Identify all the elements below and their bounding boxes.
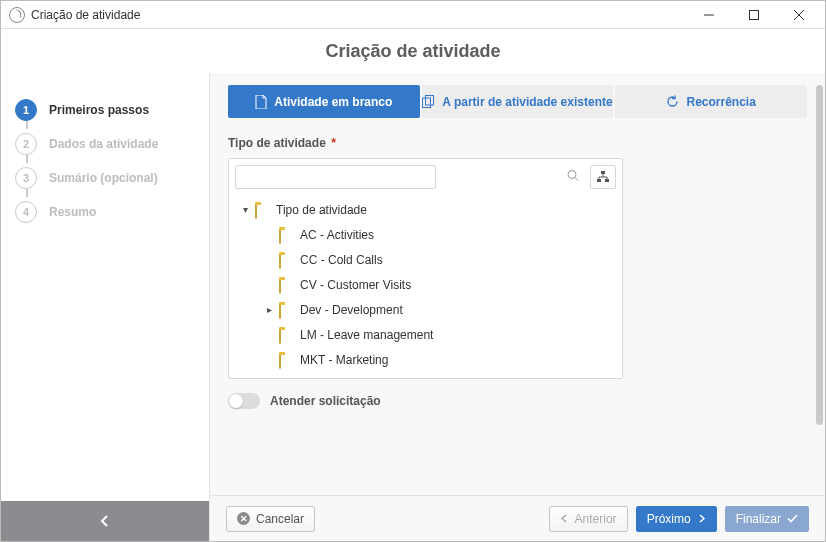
step-label: Resumo	[49, 205, 96, 219]
chevron-right-icon	[697, 514, 706, 523]
file-icon	[255, 95, 267, 109]
tree-item[interactable]: LM - Leave management	[235, 322, 616, 347]
titlebar: Criação de atividade	[1, 1, 825, 29]
next-label: Próximo	[647, 512, 691, 526]
expand-icon[interactable]: ▸	[263, 304, 275, 315]
attend-request-label: Atender solicitação	[270, 394, 381, 408]
folder-icon	[279, 329, 294, 341]
app-icon	[9, 7, 25, 23]
tree-item[interactable]: CC - Cold Calls	[235, 247, 616, 272]
window-controls	[686, 1, 821, 28]
refresh-icon	[666, 95, 679, 108]
cancel-label: Cancelar	[256, 512, 304, 526]
tree-item[interactable]: CV - Customer Visits	[235, 272, 616, 297]
tree-item[interactable]: AC - Activities	[235, 222, 616, 247]
step-number: 3	[15, 167, 37, 189]
activity-type-search-input[interactable]	[235, 165, 436, 189]
svg-rect-10	[605, 179, 609, 182]
tab-blank-activity[interactable]: Atividade em branco	[228, 85, 420, 118]
step-label: Dados da atividade	[49, 137, 158, 151]
scrollbar[interactable]	[816, 85, 823, 495]
close-button[interactable]	[776, 1, 821, 28]
tab-label: Atividade em branco	[274, 95, 392, 109]
activity-type-selector: ▾ Tipo de atividade AC - Activities CC -…	[228, 158, 623, 379]
svg-rect-5	[426, 96, 434, 106]
search-icon	[567, 170, 579, 185]
step-number: 4	[15, 201, 37, 223]
tree-item[interactable]: MKT - Marketing	[235, 347, 616, 372]
wizard-sidebar: 1 Primeiros passos 2 Dados da atividade …	[1, 73, 209, 541]
chevron-left-icon	[99, 515, 111, 527]
tab-from-existing[interactable]: A partir de atividade existente	[422, 85, 614, 118]
scrollbar-thumb[interactable]	[816, 85, 823, 425]
sidebar-collapse-button[interactable]	[1, 501, 209, 541]
toggle-knob	[229, 394, 243, 408]
attend-request-row: Atender solicitação	[228, 393, 807, 409]
cancel-button[interactable]: ✕ Cancelar	[226, 506, 315, 532]
folder-icon	[279, 254, 294, 266]
copy-icon	[422, 95, 435, 108]
window-title: Criação de atividade	[31, 8, 686, 22]
wizard-main: Atividade em branco A partir de atividad…	[209, 73, 825, 541]
page-header: Criação de atividade	[1, 29, 825, 73]
previous-label: Anterior	[575, 512, 617, 526]
finish-label: Finalizar	[736, 512, 781, 526]
activity-type-tree: ▾ Tipo de atividade AC - Activities CC -…	[235, 197, 616, 372]
tree-item-label: Tipo de atividade	[276, 203, 367, 217]
tab-label: A partir de atividade existente	[442, 95, 612, 109]
page-title: Criação de atividade	[325, 41, 500, 62]
maximize-button[interactable]	[731, 1, 776, 28]
tree-item-label: Dev - Development	[300, 303, 403, 317]
finish-button[interactable]: Finalizar	[725, 506, 809, 532]
svg-line-7	[575, 178, 578, 181]
folder-icon	[279, 229, 294, 241]
wizard-footer: ✕ Cancelar Anterior Próximo Finalizar	[210, 495, 825, 541]
required-marker: *	[331, 136, 336, 150]
folder-icon	[279, 279, 294, 291]
folder-open-icon	[255, 204, 270, 216]
svg-rect-9	[597, 179, 601, 182]
next-button[interactable]: Próximo	[636, 506, 717, 532]
tab-label: Recorrência	[686, 95, 755, 109]
tree-root[interactable]: ▾ Tipo de atividade	[235, 197, 616, 222]
svg-rect-4	[423, 98, 431, 108]
tree-item-label: AC - Activities	[300, 228, 374, 242]
svg-rect-1	[749, 10, 758, 19]
step-label: Primeiros passos	[49, 103, 149, 117]
wizard-step-2[interactable]: 2 Dados da atividade	[15, 127, 195, 161]
chevron-left-icon	[560, 514, 569, 523]
activity-type-field-label: Tipo de atividade *	[228, 136, 807, 150]
svg-point-6	[568, 171, 576, 179]
step-label: Sumário (opcional)	[49, 171, 158, 185]
step-number: 1	[15, 99, 37, 121]
svg-rect-8	[601, 171, 605, 174]
tree-item-label: CV - Customer Visits	[300, 278, 411, 292]
wizard-step-1[interactable]: 1 Primeiros passos	[15, 93, 195, 127]
previous-button[interactable]: Anterior	[549, 506, 628, 532]
wizard-step-3[interactable]: 3 Sumário (opcional)	[15, 161, 195, 195]
wizard-step-4[interactable]: 4 Resumo	[15, 195, 195, 229]
wizard-steps: 1 Primeiros passos 2 Dados da atividade …	[1, 73, 209, 501]
check-icon	[787, 514, 798, 523]
cancel-icon: ✕	[237, 512, 250, 525]
tree-item-label: CC - Cold Calls	[300, 253, 383, 267]
creation-mode-tabs: Atividade em branco A partir de atividad…	[228, 85, 807, 118]
step-number: 2	[15, 133, 37, 155]
minimize-button[interactable]	[686, 1, 731, 28]
tab-recurrence[interactable]: Recorrência	[615, 85, 807, 118]
tree-item-label: LM - Leave management	[300, 328, 433, 342]
tree-toolbar-button[interactable]	[590, 165, 616, 189]
folder-icon	[279, 354, 294, 366]
hierarchy-icon	[597, 171, 609, 183]
tree-item-label: MKT - Marketing	[300, 353, 388, 367]
attend-request-toggle[interactable]	[228, 393, 260, 409]
tree-item[interactable]: ▸ Dev - Development	[235, 297, 616, 322]
collapse-icon[interactable]: ▾	[239, 204, 251, 215]
field-label-text: Tipo de atividade	[228, 136, 326, 150]
folder-icon	[279, 304, 294, 316]
